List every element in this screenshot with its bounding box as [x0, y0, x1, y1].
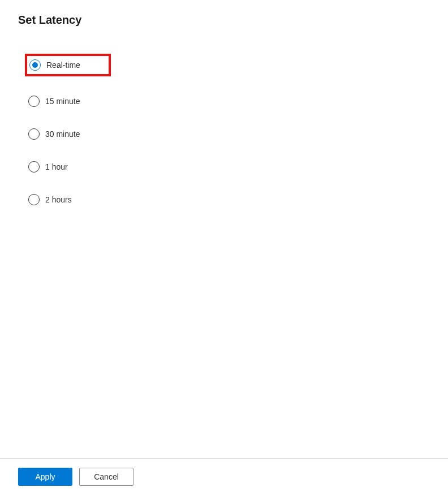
panel-content: Set Latency Real-time 15 minute 30 minut…	[0, 0, 448, 458]
radio-option-15-minute[interactable]: 15 minute	[27, 93, 84, 109]
panel-title: Set Latency	[18, 14, 430, 27]
radio-icon	[28, 96, 40, 107]
set-latency-panel: Set Latency Real-time 15 minute 30 minut…	[0, 0, 448, 496]
radio-label: 30 minute	[45, 130, 80, 139]
radio-label: 15 minute	[45, 97, 80, 106]
radio-option-30-minute[interactable]: 30 minute	[27, 126, 84, 142]
panel-footer: Apply Cancel	[0, 458, 448, 496]
radio-label: Real-time	[46, 61, 80, 70]
radio-icon	[29, 59, 41, 71]
radio-option-real-time[interactable]: Real-time	[25, 54, 111, 76]
apply-button[interactable]: Apply	[18, 468, 72, 486]
radio-option-2-hours[interactable]: 2 hours	[27, 192, 76, 208]
radio-label: 2 hours	[45, 195, 72, 204]
latency-options: Real-time 15 minute 30 minute 1 hour 2 h…	[18, 54, 430, 208]
radio-icon	[28, 161, 40, 172]
radio-icon	[28, 128, 40, 140]
radio-label: 1 hour	[45, 162, 68, 171]
radio-icon	[28, 194, 40, 205]
radio-option-1-hour[interactable]: 1 hour	[27, 159, 72, 175]
cancel-button[interactable]: Cancel	[79, 468, 133, 486]
